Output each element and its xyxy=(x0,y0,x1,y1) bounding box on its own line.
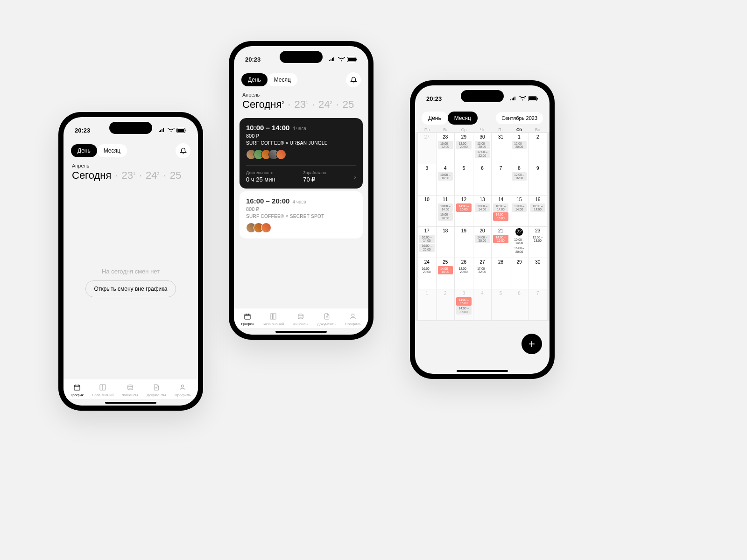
shift-slot[interactable]: 16:00 – 20:00 xyxy=(512,246,527,254)
calendar-cell[interactable]: 5 xyxy=(455,164,473,195)
shift-slot[interactable]: 17:00 – 22:00 xyxy=(475,150,490,158)
calendar-cell[interactable]: 2717:00 – 22:00 xyxy=(473,258,492,289)
calendar-cell[interactable]: 410:00 – 16:00 xyxy=(437,164,455,195)
shift-card-upcoming[interactable]: 16:00 – 20:004 часа 800 ₽ SURF COFFEE® ×… xyxy=(240,191,363,238)
date-25[interactable]: 25 xyxy=(343,98,354,111)
shift-slot[interactable]: 10:00 – 14:00 xyxy=(438,203,453,212)
shift-stats[interactable]: Длительность 0 ч 25 мин Заработано 70 ₽ … xyxy=(246,165,356,183)
tab-finance[interactable]: Финансы xyxy=(293,312,309,326)
calendar-cell[interactable]: 18 xyxy=(437,227,455,258)
date-25[interactable]: 25 xyxy=(170,169,181,182)
calendar-cell[interactable]: 1610:00 – 14:00 xyxy=(529,196,547,226)
notifications-button[interactable] xyxy=(176,143,190,158)
calendar-cell[interactable]: 2 xyxy=(529,133,547,164)
calendar-cell[interactable]: 1410:00 – 14:0014:00 – 16:00 xyxy=(492,196,510,226)
shift-slot[interactable]: 14:00 – 16:00 xyxy=(493,235,508,243)
tab-documents[interactable]: Документы xyxy=(317,312,336,326)
shift-slot[interactable]: 16:00 – 22:00 xyxy=(438,141,453,149)
toggle-day[interactable]: День xyxy=(241,73,268,86)
calendar-cell[interactable]: 3012:00 – 20:0017:00 – 22:00 xyxy=(473,133,492,164)
calendar-cell[interactable]: 29 xyxy=(510,258,529,289)
calendar-cell[interactable]: 314:00 – 16:0014:00 – 16:00 xyxy=(455,289,473,320)
calendar-cell[interactable]: 31 xyxy=(492,133,510,164)
shift-card-active[interactable]: 10:00 – 14:004 часа 800 ₽ SURF COFFEE® ×… xyxy=(240,118,363,189)
calendar-cell[interactable]: 2312:00 – 18:00 xyxy=(529,227,547,258)
tab-schedule[interactable]: График xyxy=(70,383,83,397)
calendar-cell[interactable]: 19 xyxy=(455,227,473,258)
toggle-day[interactable]: День xyxy=(422,112,448,125)
calendar-cell[interactable]: 27 xyxy=(418,133,436,164)
add-button[interactable]: + xyxy=(521,334,542,354)
shift-slot[interactable]: 10:00 – 14:00 xyxy=(512,237,527,245)
calendar-cell[interactable]: 2816:00 – 22:00 xyxy=(437,133,455,164)
shift-slot[interactable]: 16:00 – 20:00 xyxy=(419,244,435,252)
shift-slot[interactable]: 10:00 – 14:00 xyxy=(475,203,490,212)
open-shift-button[interactable]: Открыть смену вне графика xyxy=(85,280,176,297)
calendar-cell[interactable]: 6 xyxy=(473,164,492,195)
tab-schedule[interactable]: График xyxy=(241,312,254,326)
calendar-cell[interactable]: 1214:00 – 16:00 xyxy=(455,196,473,226)
shift-slot[interactable]: 14:00 – 16:00 xyxy=(493,212,508,221)
shift-slot[interactable]: 12:00 – 20:00 xyxy=(475,141,490,149)
shift-slot[interactable]: 14:00 – 16:00 xyxy=(456,203,472,212)
toggle-month[interactable]: Месяц xyxy=(97,144,127,157)
calendar-cell[interactable]: 7 xyxy=(529,289,547,320)
calendar-cell[interactable]: 2912:00 – 20:00 xyxy=(455,133,473,164)
shift-slot[interactable]: 12:00 – 20:00 xyxy=(512,141,527,149)
shift-slot[interactable]: 12:00 – 20:00 xyxy=(456,266,472,274)
month-picker[interactable]: Сентябрь 2023 xyxy=(496,112,543,124)
shift-slot[interactable]: 10:00 – 14:00 xyxy=(493,203,508,212)
calendar-cell[interactable]: 2114:00 – 16:00 xyxy=(492,227,510,258)
shift-slot[interactable]: 14:00 – 16:00 xyxy=(456,297,472,306)
calendar-cell[interactable]: 1 xyxy=(418,289,436,320)
date-strip[interactable]: Сегодня · 231 · 242 · 25 xyxy=(63,168,198,186)
toggle-month[interactable]: Месяц xyxy=(268,73,297,86)
calendar-cell[interactable]: 1110:00 – 14:0016:00 – 20:00 xyxy=(437,196,455,226)
calendar-cell[interactable]: 5 xyxy=(492,289,510,320)
tab-profile[interactable]: Профиль xyxy=(345,312,361,326)
calendar-cell[interactable]: 1510:00 – 14:00 xyxy=(510,196,529,226)
calendar-cell[interactable]: 4 xyxy=(473,289,492,320)
shift-slot[interactable]: 16:00 – 20:00 xyxy=(438,212,453,221)
calendar-cell[interactable]: 9 xyxy=(529,164,547,195)
shift-slot[interactable]: 14:00 – 16:00 xyxy=(456,306,472,315)
shift-slot[interactable]: 14:00 – 20:00 xyxy=(475,235,490,243)
date-24[interactable]: 242 xyxy=(146,169,160,182)
calendar-cell[interactable]: 2210:00 – 14:0016:00 – 20:00 xyxy=(510,227,529,258)
calendar-cell[interactable]: 3 xyxy=(418,164,436,195)
calendar-cell[interactable]: 10 xyxy=(418,196,436,226)
tab-documents[interactable]: Документы xyxy=(147,383,166,397)
tab-finance[interactable]: Финансы xyxy=(122,383,138,397)
calendar-cell[interactable]: 2612:00 – 20:00 xyxy=(455,258,473,289)
calendar-cell[interactable]: 2 xyxy=(437,289,455,320)
calendar-cell[interactable]: 1310:00 – 14:00 xyxy=(473,196,492,226)
toggle-day[interactable]: День xyxy=(71,144,97,157)
shift-slot[interactable]: 14:00 – 16:00 xyxy=(438,266,453,274)
calendar-cell[interactable]: 6 xyxy=(510,289,529,320)
calendar-cell[interactable]: 2416:00 – 20:00 xyxy=(418,258,436,289)
notifications-button[interactable] xyxy=(346,72,361,87)
shift-slot[interactable]: 12:00 – 16:00 xyxy=(512,172,527,181)
date-24[interactable]: 242 xyxy=(318,98,332,111)
calendar-cell[interactable]: 28 xyxy=(492,258,510,289)
calendar-cell[interactable]: 812:00 – 16:00 xyxy=(510,164,529,195)
tab-knowledge[interactable]: База знаний xyxy=(262,312,284,326)
shift-slot[interactable]: 10:00 – 16:00 xyxy=(438,172,453,181)
calendar-cell[interactable]: 112:00 – 20:00 xyxy=(510,133,529,164)
shift-slot[interactable]: 12:00 – 18:00 xyxy=(530,235,545,243)
shift-slot[interactable]: 17:00 – 22:00 xyxy=(475,266,490,274)
shift-slot[interactable]: 12:00 – 20:00 xyxy=(456,141,472,149)
calendar-cell[interactable]: 30 xyxy=(529,258,547,289)
shift-slot[interactable]: 16:00 – 20:00 xyxy=(419,266,435,274)
shift-slot[interactable]: 10:00 – 14:00 xyxy=(530,203,545,212)
calendar-cell[interactable]: 2014:00 – 20:00 xyxy=(473,227,492,258)
calendar-cell[interactable]: 2514:00 – 16:00 xyxy=(437,258,455,289)
date-strip[interactable]: Сегодня2 · 231 · 242 · 25 xyxy=(234,98,368,115)
calendar-cell[interactable]: 1710:00 – 14:0016:00 – 20:00 xyxy=(418,227,436,258)
tab-profile[interactable]: Профиль xyxy=(175,383,191,397)
date-23[interactable]: 231 xyxy=(121,169,135,182)
calendar-cell[interactable]: 7 xyxy=(492,164,510,195)
tab-knowledge[interactable]: База знаний xyxy=(92,383,113,397)
toggle-month[interactable]: Месяц xyxy=(448,112,478,125)
shift-slot[interactable]: 10:00 – 14:00 xyxy=(419,235,435,243)
